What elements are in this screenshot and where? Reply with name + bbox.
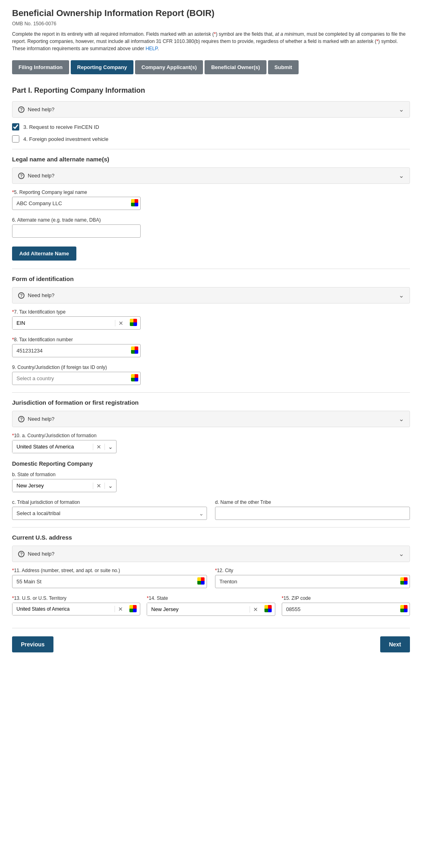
field10b-dropdown-icon[interactable]: ⌄ — [104, 483, 116, 489]
divider-1 — [12, 149, 410, 149]
field8-label: *8. Tax Identification number — [12, 337, 410, 342]
field131415-row: *13. U.S. or U.S. Territory ✕ *14. State… — [12, 595, 410, 616]
tab-beneficial-owners[interactable]: Beneficial Owner(s) — [205, 60, 266, 74]
identification-section-title: Form of identification — [12, 275, 410, 282]
field1112-row: *11. Address (number, street, and apt. o… — [12, 568, 410, 588]
field13-label: *13. U.S. or U.S. Territory — [12, 595, 140, 601]
field14-label: *14. State — [147, 595, 275, 601]
field7-clear-icon[interactable]: ✕ — [115, 320, 127, 326]
help-icon-1: ? — [18, 106, 25, 113]
field12-block: *12. City — [215, 568, 410, 588]
divider-2 — [12, 269, 410, 269]
checkbox4-row: 4. Foreign pooled investment vehicle — [12, 135, 410, 143]
field12-colorful-icon[interactable] — [400, 577, 408, 586]
tab-submit[interactable]: Submit — [268, 60, 299, 74]
colorful-icon-5[interactable] — [131, 199, 138, 208]
field14-block: *14. State ✕ — [147, 595, 275, 616]
field11-input[interactable] — [12, 575, 207, 588]
legal-name-section-title: Legal name and alternate name(s) — [12, 156, 410, 163]
field7-block: *7. Tax Identification type ✕ — [12, 309, 410, 330]
field13-input[interactable] — [12, 603, 115, 615]
checkbox3-row: 3. Request to receive FinCEN ID — [12, 123, 410, 130]
add-alternate-name-button[interactable]: Add Alternate Name — [12, 247, 76, 261]
field5-block: *5. Reporting Company legal name — [12, 189, 410, 210]
field15-input[interactable] — [282, 603, 410, 616]
field10c-label: c. Tribal jurisdiction of formation — [12, 499, 207, 505]
divider-3 — [12, 392, 410, 393]
tab-company-applicants[interactable]: Company Applicant(s) — [135, 60, 203, 74]
field14-colorful-icon[interactable] — [261, 605, 275, 613]
field10a-clear-icon[interactable]: ✕ — [93, 444, 104, 450]
chevron-down-icon-5: ⌄ — [399, 550, 404, 558]
chevron-down-icon-4: ⌄ — [399, 415, 404, 423]
field9-block: 9. Country/Jurisdiction (if foreign tax … — [12, 365, 410, 385]
previous-button[interactable]: Previous — [12, 636, 53, 652]
field13-colorful-icon[interactable] — [126, 605, 140, 613]
help-label-4: Need help? — [28, 416, 55, 422]
help-bar-5[interactable]: ? Need help? ⌄ — [12, 546, 410, 562]
field8-input[interactable] — [12, 344, 141, 357]
page-description: Complete the report in its entirety with… — [12, 31, 410, 52]
chevron-down-icon-1: ⌄ — [399, 106, 404, 113]
tab-filing-information[interactable]: Filing Information — [12, 60, 69, 74]
field10b-clear-icon[interactable]: ✕ — [93, 483, 104, 489]
field9-label: 9. Country/Jurisdiction (if foreign tax … — [12, 365, 410, 370]
nav-tabs: Filing Information Reporting Company Com… — [12, 60, 410, 74]
checkbox3-label: 3. Request to receive FinCEN ID — [23, 124, 99, 130]
tab-reporting-company[interactable]: Reporting Company — [71, 60, 133, 74]
field10c-select[interactable]: Select a local/tribal — [12, 507, 207, 520]
help-bar-4[interactable]: ? Need help? ⌄ — [12, 411, 410, 427]
field5-label: *5. Reporting Company legal name — [12, 189, 410, 195]
field10b-block: b. State of formation ✕ ⌄ — [12, 472, 410, 492]
field10b-input[interactable] — [12, 479, 93, 492]
field9-input[interactable] — [12, 372, 141, 385]
field14-clear-icon[interactable]: ✕ — [250, 606, 261, 613]
field10c-block: c. Tribal jurisdiction of formation Sele… — [12, 499, 207, 520]
field10d-input[interactable] — [215, 507, 410, 520]
field10d-label: d. Name of the other Tribe — [215, 499, 410, 505]
help-icon-2: ? — [18, 173, 25, 179]
field7-colorful-icon[interactable] — [127, 319, 140, 328]
field15-colorful-icon[interactable] — [400, 605, 408, 614]
page-title: Beneficial Ownership Information Report … — [12, 8, 410, 18]
field9-colorful-icon[interactable] — [131, 374, 138, 383]
help-icon-3: ? — [18, 292, 25, 299]
field6-block: 6. Alternate name (e.g. trade name, DBA) — [12, 217, 410, 238]
field13-clear-icon[interactable]: ✕ — [115, 606, 126, 612]
field6-input[interactable] — [12, 224, 141, 238]
help-icon-4: ? — [18, 416, 25, 422]
help-label-3: Need help? — [28, 292, 55, 298]
field8-block: *8. Tax Identification number — [12, 337, 410, 357]
help-label-1: Need help? — [28, 106, 55, 112]
field10a-block: *10. a. Country/Jurisdiction of formatio… — [12, 433, 410, 453]
help-label-2: Need help? — [28, 173, 55, 179]
field15-label: *15. ZIP code — [282, 595, 410, 601]
field7-label: *7. Tax Identification type — [12, 309, 410, 315]
field12-label: *12. City — [215, 568, 410, 573]
next-button[interactable]: Next — [380, 636, 410, 652]
field8-colorful-icon[interactable] — [131, 346, 138, 355]
checkbox3-input[interactable] — [12, 123, 19, 130]
help-bar-2[interactable]: ? Need help? ⌄ — [12, 167, 410, 184]
help-bar-1[interactable]: ? Need help? ⌄ — [12, 101, 410, 118]
chevron-down-icon-3: ⌄ — [399, 291, 404, 299]
field11-block: *11. Address (number, street, and apt. o… — [12, 568, 207, 588]
field10b-label: b. State of formation — [12, 472, 410, 477]
omb-number: OMB No. 1506-0076 — [12, 21, 410, 26]
field10a-input[interactable] — [12, 440, 93, 453]
field5-input[interactable] — [12, 197, 141, 210]
chevron-down-icon-2: ⌄ — [399, 172, 404, 179]
field15-block: *15. ZIP code — [282, 595, 410, 616]
field12-input[interactable] — [215, 575, 410, 588]
divider-4 — [12, 527, 410, 528]
field7-input[interactable] — [12, 317, 115, 329]
help-link[interactable]: HELP — [145, 46, 158, 51]
help-bar-3[interactable]: ? Need help? ⌄ — [12, 287, 410, 304]
field10a-dropdown-icon[interactable]: ⌄ — [104, 444, 116, 450]
field6-label: 6. Alternate name (e.g. trade name, DBA) — [12, 217, 410, 223]
field14-input[interactable] — [147, 603, 249, 615]
part1-title: Part I. Reporting Company Information — [12, 86, 410, 95]
field11-colorful-icon[interactable] — [197, 577, 205, 586]
checkbox4-input[interactable] — [12, 135, 19, 143]
help-label-5: Need help? — [28, 551, 55, 557]
